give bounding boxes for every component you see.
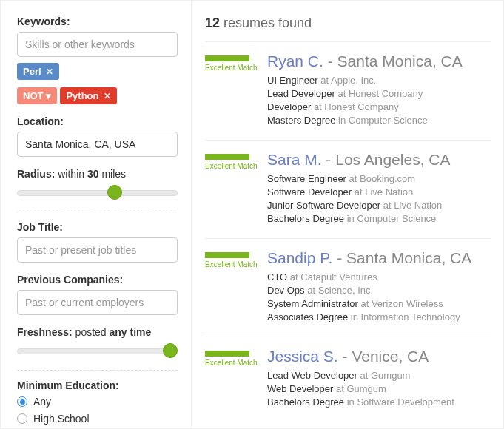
results-suffix: resumes found bbox=[224, 16, 312, 30]
result-lines: UI Engineer at Apple, Inc. Lead Develope… bbox=[267, 75, 491, 126]
close-icon[interactable]: ✕ bbox=[46, 67, 53, 77]
jobtitle-label: Job Title: bbox=[17, 221, 178, 233]
result-card[interactable]: Excellent Match Sandip P. - Santa Monica… bbox=[205, 238, 491, 337]
candidate-name[interactable]: Sandip P. bbox=[267, 249, 332, 266]
radius-label: Radius: bbox=[17, 168, 55, 180]
match-text: Excellent Match bbox=[205, 64, 267, 72]
result-lines: Software Engineer at Booking.com Softwar… bbox=[267, 173, 491, 224]
prevco-input[interactable] bbox=[17, 290, 178, 315]
result-title: Jessica S. - Venice, CA bbox=[267, 348, 491, 365]
education-label: Minimum Education: bbox=[17, 379, 178, 391]
tag-label: Python bbox=[66, 90, 98, 101]
tag-perl[interactable]: Perl ✕ bbox=[17, 63, 59, 80]
result-line: Lead Web Developer at Gumgum bbox=[267, 370, 491, 381]
result-line: Bachelors Degree in Software Development bbox=[267, 396, 491, 408]
jobtitle-group: Job Title: bbox=[17, 221, 178, 263]
tag-label: Perl bbox=[23, 66, 41, 77]
location-group: Location: bbox=[17, 115, 178, 157]
result-line: Dev Ops at Science, Inc. bbox=[267, 285, 491, 296]
prevco-group: Previous Companies: bbox=[17, 274, 178, 315]
chevron-down-icon: ▾ bbox=[46, 90, 51, 101]
slider-track bbox=[17, 190, 178, 196]
keyword-tags: Perl ✕ NOT ▾ Python ✕ bbox=[17, 63, 178, 104]
radio-highschool[interactable]: High School bbox=[17, 413, 178, 425]
radius-slider[interactable] bbox=[17, 184, 178, 200]
match-bar bbox=[205, 154, 249, 160]
radio-label: High School bbox=[33, 413, 90, 425]
slider-track bbox=[17, 348, 178, 354]
result-line: CTO at Catapult Ventures bbox=[267, 271, 491, 283]
match-indicator: Excellent Match bbox=[205, 151, 267, 226]
result-line: Associates Degree in Information Technol… bbox=[267, 311, 491, 322]
keywords-group: Keywords: Perl ✕ NOT ▾ Python ✕ bbox=[17, 16, 178, 104]
result-line: Junior Software Developer at Live Nation bbox=[267, 200, 491, 211]
radius-group: Radius: within 30 miles bbox=[17, 168, 178, 200]
close-icon[interactable]: ✕ bbox=[104, 91, 111, 101]
result-line: Lead Developer at Honest Company bbox=[267, 88, 491, 99]
result-card[interactable]: Excellent Match Jessica S. - Venice, CA … bbox=[205, 337, 491, 422]
candidate-name[interactable]: Sara M. bbox=[267, 151, 322, 168]
radio-any[interactable]: Any bbox=[17, 396, 178, 408]
education-group: Minimum Education: Any High School Some … bbox=[17, 379, 178, 429]
radius-value: within 30 miles bbox=[58, 168, 126, 180]
match-indicator: Excellent Match bbox=[205, 348, 267, 410]
result-line: Bachelors Degree in Computer Science bbox=[267, 213, 491, 224]
result-line: Software Engineer at Booking.com bbox=[267, 173, 491, 184]
freshness-group: Freshness: posted any time bbox=[17, 326, 178, 359]
result-line: System Administrator at Verizon Wireless bbox=[267, 298, 491, 309]
match-bar bbox=[205, 252, 249, 258]
match-bar bbox=[205, 351, 249, 357]
match-text: Excellent Match bbox=[205, 359, 267, 367]
result-main: Sara M. - Los Angeles, CA Software Engin… bbox=[267, 151, 491, 226]
candidate-name[interactable]: Jessica S. bbox=[267, 348, 338, 365]
keywords-input[interactable] bbox=[17, 32, 178, 57]
radio-label: Any bbox=[33, 396, 51, 408]
radio-icon[interactable] bbox=[17, 413, 27, 424]
result-title: Ryan C. - Santa Monica, CA bbox=[267, 53, 491, 70]
candidate-location: Santa Monica, CA bbox=[346, 249, 471, 266]
match-indicator: Excellent Match bbox=[205, 53, 267, 128]
candidate-location: Los Angeles, CA bbox=[335, 151, 450, 168]
results-header: 12 resumes found bbox=[205, 16, 491, 31]
location-label: Location: bbox=[17, 115, 178, 127]
result-main: Sandip P. - Santa Monica, CA CTO at Cata… bbox=[267, 249, 491, 325]
results-panel: 12 resumes found Excellent Match Ryan C.… bbox=[192, 1, 503, 428]
result-main: Ryan C. - Santa Monica, CA UI Engineer a… bbox=[267, 53, 491, 128]
candidate-location: Santa Monica, CA bbox=[337, 53, 463, 70]
result-line: Developer at Honest Company bbox=[267, 101, 491, 112]
match-bar bbox=[205, 55, 249, 61]
match-text: Excellent Match bbox=[205, 162, 267, 170]
result-lines: Lead Web Developer at Gumgum Web Develop… bbox=[267, 370, 491, 408]
result-line: Web Developer at Gumgum bbox=[267, 383, 491, 394]
candidate-location: Venice, CA bbox=[352, 348, 429, 365]
result-line: UI Engineer at Apple, Inc. bbox=[267, 75, 491, 86]
result-line: Masters Degree in Computer Science bbox=[267, 115, 491, 126]
result-line: Software Developer at Live Nation bbox=[267, 186, 491, 197]
freshness-value: posted any time bbox=[75, 326, 152, 338]
filters-sidebar: Keywords: Perl ✕ NOT ▾ Python ✕ Location… bbox=[1, 1, 192, 428]
freshness-slider[interactable] bbox=[17, 342, 178, 359]
divider bbox=[17, 212, 178, 212]
match-indicator: Excellent Match bbox=[205, 249, 267, 325]
location-input[interactable] bbox=[17, 132, 178, 157]
match-text: Excellent Match bbox=[205, 260, 267, 268]
results-count: 12 bbox=[205, 16, 220, 30]
tag-python[interactable]: Python ✕ bbox=[60, 87, 116, 104]
result-lines: CTO at Catapult Ventures Dev Ops at Scie… bbox=[267, 271, 491, 322]
candidate-name[interactable]: Ryan C. bbox=[267, 53, 323, 70]
tag-label: NOT bbox=[23, 90, 43, 101]
result-title: Sara M. - Los Angeles, CA bbox=[267, 151, 491, 169]
slider-thumb[interactable] bbox=[163, 343, 178, 358]
tag-not-operator[interactable]: NOT ▾ bbox=[17, 87, 57, 104]
prevco-label: Previous Companies: bbox=[17, 274, 178, 286]
result-title: Sandip P. - Santa Monica, CA bbox=[267, 249, 491, 267]
result-card[interactable]: Excellent Match Ryan C. - Santa Monica, … bbox=[205, 41, 491, 140]
radio-icon[interactable] bbox=[17, 396, 27, 407]
keywords-label: Keywords: bbox=[17, 16, 178, 27]
slider-thumb[interactable] bbox=[107, 185, 122, 200]
result-main: Jessica S. - Venice, CA Lead Web Develop… bbox=[267, 348, 491, 410]
jobtitle-input[interactable] bbox=[17, 237, 178, 263]
divider bbox=[17, 370, 178, 371]
result-card[interactable]: Excellent Match Sara M. - Los Angeles, C… bbox=[205, 140, 491, 238]
freshness-label: Freshness: bbox=[17, 326, 73, 338]
